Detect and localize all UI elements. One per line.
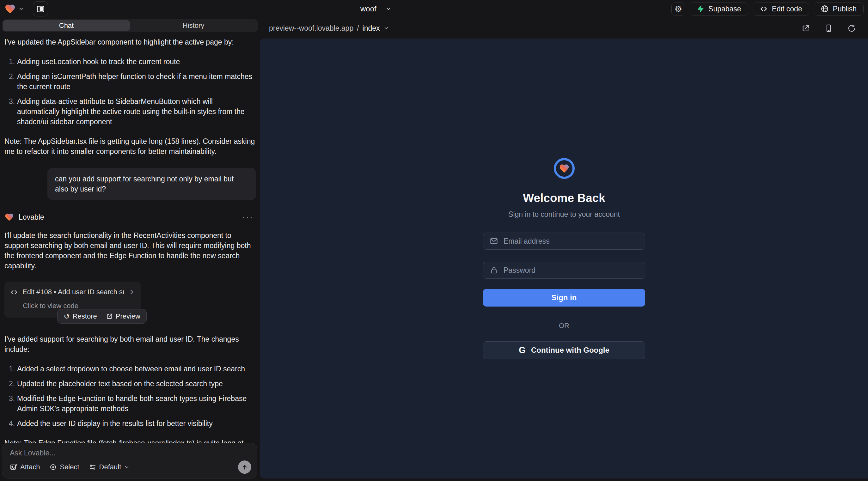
preview-viewport: Welcome Back Sign in to continue to your… — [260, 38, 868, 478]
assistant-numbered-list: 1. Added a select dropdown to choose bet… — [4, 364, 256, 428]
open-in-new-tab-icon[interactable] — [801, 24, 810, 33]
google-icon: G — [519, 345, 526, 355]
email-field[interactable] — [483, 233, 645, 250]
list-item: 3. Adding data-active attribute to Sideb… — [4, 96, 256, 127]
lovable-app-window: woof ⚙ Supabase Edit code — [0, 0, 868, 481]
edit-code-button[interactable]: Edit code — [753, 3, 809, 15]
arrow-up-icon — [241, 463, 248, 471]
select-element-button[interactable]: Select — [49, 463, 79, 471]
code-icon — [760, 5, 768, 13]
list-item: 1. Adding useLocation hook to track the … — [4, 57, 256, 67]
signin-page: Welcome Back Sign in to continue to your… — [483, 158, 645, 359]
chat-message-list[interactable]: I've updated the AppSidebar component to… — [0, 32, 260, 443]
preview-button[interactable]: Preview — [106, 312, 141, 320]
heart-icon — [559, 163, 569, 174]
publish-label: Publish — [833, 5, 857, 13]
attach-button[interactable]: Attach — [10, 463, 40, 471]
preview-panel: preview--woof.lovable.app / index — [260, 18, 868, 481]
mail-icon — [490, 237, 498, 246]
more-options-icon[interactable]: ··· — [242, 212, 256, 222]
toggle-sidebar-button[interactable] — [33, 1, 48, 17]
restore-button[interactable]: ↺ Restore — [64, 312, 97, 320]
mobile-view-icon[interactable] — [825, 24, 833, 33]
select-target-icon — [49, 463, 57, 471]
divider-line — [483, 326, 553, 326]
chat-panel: Chat History I've updated the AppSidebar… — [0, 18, 260, 481]
assistant-numbered-list: 1. Adding useLocation hook to track the … — [4, 57, 256, 127]
assistant-message-intro: I've updated the AppSidebar component to… — [4, 37, 256, 47]
chevron-down-icon — [383, 25, 389, 31]
publish-button[interactable]: Publish — [814, 3, 864, 15]
supabase-icon — [697, 5, 704, 13]
user-message-bubble: can you add support for searching not on… — [48, 168, 256, 200]
preview-route: index — [363, 24, 380, 33]
lovable-heart-logo-icon — [4, 3, 16, 14]
send-button[interactable] — [238, 460, 251, 474]
list-item: 3. Modified the Edge Function to handle … — [4, 393, 256, 414]
assistant-note: Note: The AppSidebar.tsx file is getting… — [4, 136, 256, 156]
page-title: Welcome Back — [523, 192, 605, 205]
chevron-down-icon — [385, 6, 392, 12]
gear-icon: ⚙ — [675, 5, 682, 13]
mode-selector-button[interactable]: Default — [89, 463, 130, 471]
project-switcher[interactable]: woof — [360, 0, 392, 18]
list-item: 2. Adding an isCurrentPath helper functi… — [4, 71, 256, 92]
sliders-icon — [89, 463, 96, 471]
chat-input[interactable] — [10, 449, 251, 460]
assistant-header: Lovable ··· — [4, 212, 256, 222]
or-divider: OR — [483, 322, 645, 330]
code-icon — [10, 288, 18, 296]
app-logo — [554, 158, 575, 179]
page-subtitle: Sign in to continue to your account — [508, 210, 620, 219]
lock-icon — [490, 266, 498, 275]
password-field[interactable] — [483, 262, 645, 279]
project-name: woof — [360, 4, 376, 13]
assistant-summary-intro: I've added support for searching by both… — [4, 334, 256, 354]
edit-card-actions: ↺ Restore Preview — [57, 309, 147, 324]
assistant-name: Lovable — [19, 212, 44, 222]
lovable-heart-icon — [4, 212, 14, 222]
attach-image-icon — [10, 463, 18, 471]
preview-domain: preview--woof.lovable.app — [269, 24, 353, 33]
preview-toolbar: preview--woof.lovable.app / index — [260, 18, 868, 38]
list-item: 1. Added a select dropdown to choose bet… — [4, 364, 256, 374]
list-item: 2. Updated the placeholder text based on… — [4, 379, 256, 389]
edit-card-wrapper: Edit #108 • Add user ID search supp... C… — [4, 282, 141, 318]
globe-icon — [820, 5, 829, 13]
chat-composer: Attach Select Default — [2, 443, 257, 478]
sidebar-panel-icon — [36, 5, 45, 13]
workspace-menu[interactable] — [4, 3, 24, 14]
divider-line — [575, 326, 645, 326]
refresh-icon[interactable] — [847, 24, 856, 33]
tab-history[interactable]: History — [130, 20, 257, 31]
list-item: 4. Added the user ID display in the resu… — [4, 418, 256, 428]
settings-button[interactable]: ⚙ — [672, 3, 685, 15]
chevron-down-icon — [124, 464, 130, 470]
chevron-down-icon — [18, 6, 24, 12]
edit-card-title: Edit #108 • Add user ID search supp... — [23, 287, 124, 297]
chevron-right-icon — [128, 289, 135, 295]
supabase-label: Supabase — [708, 5, 741, 13]
assistant-note: Note: The Edge Function file (fetch-fire… — [4, 438, 256, 443]
restore-icon: ↺ — [64, 312, 69, 320]
preview-url-selector[interactable]: preview--woof.lovable.app / index — [269, 24, 389, 33]
assistant-message-intro: I'll update the search functionality in … — [4, 230, 256, 271]
chat-history-tabs: Chat History — [2, 19, 258, 32]
continue-with-google-button[interactable]: G Continue with Google — [483, 341, 645, 359]
supabase-button[interactable]: Supabase — [690, 3, 748, 15]
topbar: woof ⚙ Supabase Edit code — [0, 0, 868, 18]
tab-chat[interactable]: Chat — [3, 20, 130, 31]
sign-in-button[interactable]: Sign in — [483, 289, 645, 307]
edit-code-label: Edit code — [772, 5, 802, 13]
open-in-new-icon — [106, 313, 113, 320]
